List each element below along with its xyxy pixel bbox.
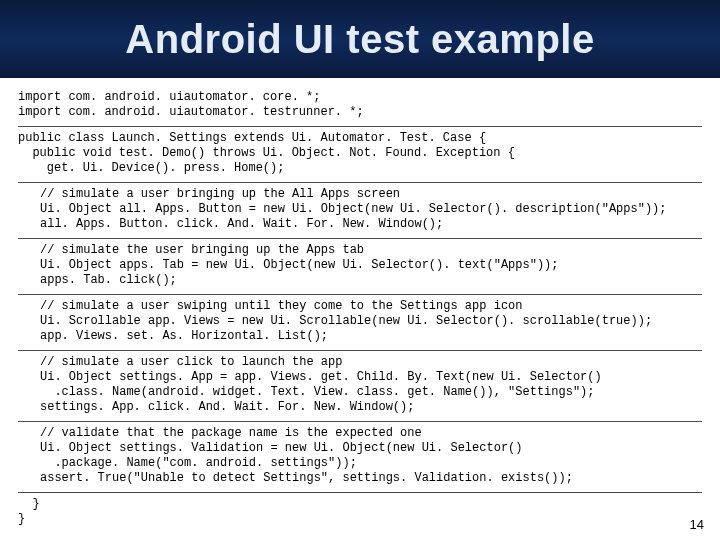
slide: Android UI test example import com. andr… [0,0,720,540]
code-block-1: // simulate a user bringing up the All A… [18,183,702,239]
code-block-4: // simulate a user click to launch the a… [18,351,702,422]
title-band: Android UI test example [0,0,720,78]
page-number: 14 [690,517,704,532]
code-close: } } [18,493,702,533]
code-block-5: // validate that the package name is the… [18,422,702,493]
code-area: import com. android. uiautomator. core. … [0,78,720,533]
code-class-decl: public class Launch. Settings extends Ui… [18,127,702,183]
code-block-2: // simulate the user bringing up the App… [18,239,702,295]
slide-title: Android UI test example [125,17,594,62]
code-imports: import com. android. uiautomator. core. … [18,90,702,127]
code-block-3: // simulate a user swiping until they co… [18,295,702,351]
